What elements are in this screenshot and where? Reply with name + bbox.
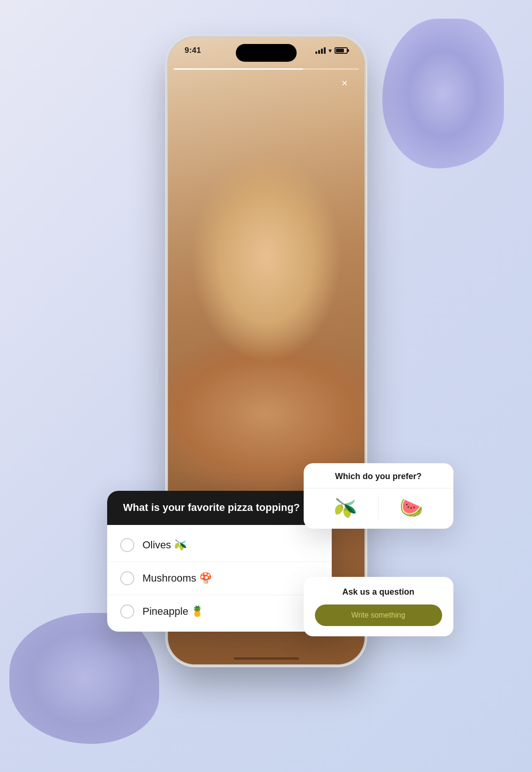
dynamic-island <box>236 44 297 62</box>
status-time: 9:41 <box>185 46 201 55</box>
ask-card: Ask us a question Write something <box>304 577 453 636</box>
poll-question: What is your favorite pizza topping? 🍕 <box>120 501 319 515</box>
close-button[interactable]: × <box>336 75 353 92</box>
status-icons: ▾ <box>315 47 348 54</box>
prefer-options: 🫒 🍉 <box>304 488 453 529</box>
story-progress-fill <box>174 68 303 70</box>
poll-card: What is your favorite pizza topping? 🍕 O… <box>107 491 332 632</box>
option-label-pineapple: Pineapple 🍍 <box>143 605 204 618</box>
prefer-title: Which do you prefer? <box>304 463 453 488</box>
option-label-olives: Olives 🫒 <box>143 539 187 551</box>
signal-bars-icon <box>315 47 326 54</box>
poll-option-mushrooms[interactable]: Mushrooms 🍄 <box>107 562 332 595</box>
radio-mushrooms <box>120 571 134 585</box>
prefer-card: Which do you prefer? 🫒 🍉 <box>304 463 453 529</box>
option-label-mushrooms: Mushrooms 🍄 <box>143 572 212 584</box>
ask-input-placeholder: Write something <box>351 611 405 619</box>
radio-olives <box>120 538 134 552</box>
prefer-emoji-olive: 🫒 <box>334 497 357 519</box>
decorative-blob-top-right <box>382 19 504 168</box>
poll-option-pineapple[interactable]: Pineapple 🍍 <box>107 595 332 628</box>
home-indicator <box>233 657 299 660</box>
wifi-icon: ▾ <box>328 47 332 54</box>
story-progress-bar <box>174 68 359 70</box>
battery-fill <box>336 49 344 52</box>
prefer-option-watermelon[interactable]: 🍉 <box>379 497 444 519</box>
poll-options: Olives 🫒 Mushrooms 🍄 Pineapple 🍍 <box>107 525 332 632</box>
radio-pineapple <box>120 604 134 619</box>
poll-header: What is your favorite pizza topping? 🍕 <box>107 491 332 525</box>
prefer-option-olive[interactable]: 🫒 <box>313 497 379 519</box>
decorative-blob-bottom-left <box>9 613 159 744</box>
ask-input-button[interactable]: Write something <box>315 604 442 626</box>
battery-icon <box>335 47 348 54</box>
poll-option-olives[interactable]: Olives 🫒 <box>107 529 332 562</box>
ask-title: Ask us a question <box>315 587 442 597</box>
prefer-emoji-watermelon: 🍉 <box>400 497 423 519</box>
